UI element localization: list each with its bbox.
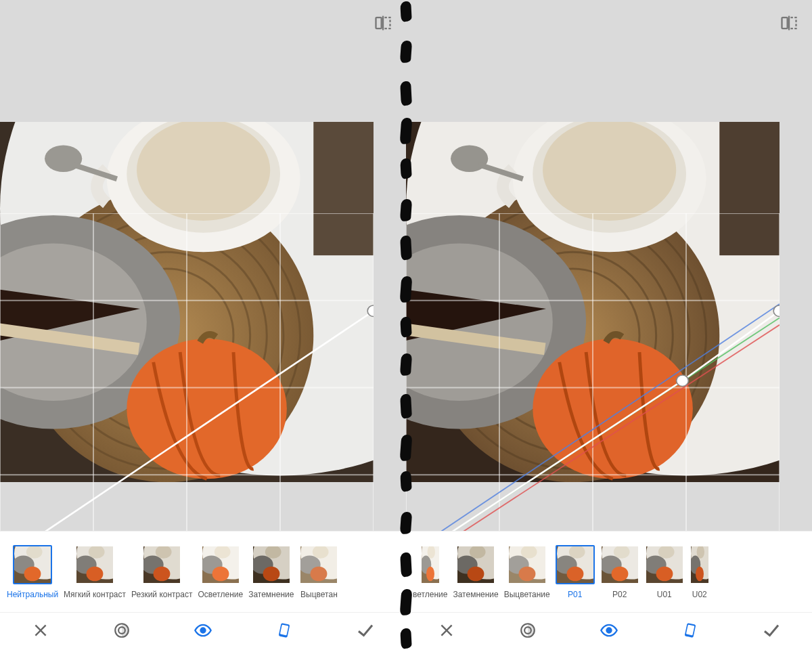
luminance-button[interactable]	[514, 618, 541, 645]
filter-label: ветление	[413, 590, 447, 599]
eye-button[interactable]	[595, 618, 623, 645]
svg-point-36	[24, 566, 41, 581]
filter-label: Выцветан	[300, 590, 338, 599]
luminance-icon	[113, 622, 131, 642]
right-screen: ветление Затемнение Выцветание P01 P02	[406, 0, 812, 650]
accept-button[interactable]	[758, 618, 785, 645]
filter-label: Затемнение	[248, 590, 294, 599]
filter-thumb-U02[interactable]: U02	[690, 545, 710, 599]
canvas-left[interactable]	[0, 0, 406, 531]
svg-point-127	[611, 566, 628, 581]
eye-button[interactable]	[189, 618, 217, 645]
filter-thumb-Выцветан[interactable]: Выцветан	[299, 545, 338, 599]
bottom-toolbar	[0, 612, 406, 650]
compare-icon[interactable]	[780, 14, 798, 35]
svg-rect-0	[376, 18, 382, 28]
phone-button[interactable]	[677, 618, 704, 645]
phone-icon	[681, 622, 699, 642]
filter-label: U02	[692, 590, 707, 599]
filter-label: P01	[568, 590, 582, 599]
photo-preview[interactable]	[406, 122, 780, 488]
filter-thumb-Затемнение[interactable]: Затемнение	[248, 545, 294, 599]
svg-point-112	[468, 566, 484, 581]
filter-thumb-Мягкий контраст[interactable]: Мягкий контраст	[64, 545, 126, 599]
photo-preview[interactable]	[0, 122, 374, 488]
bottom-toolbar	[406, 612, 812, 650]
filter-thumb-Нейтральный[interactable]: Нейтральный	[7, 545, 58, 599]
cancel-icon	[32, 622, 49, 642]
compare-icon[interactable]	[374, 14, 392, 35]
left-screen: Нейтральный Мягкий контраст Резкий контр…	[0, 0, 406, 650]
accept-icon	[761, 620, 782, 643]
cancel-button[interactable]	[27, 618, 54, 645]
eye-icon	[600, 621, 618, 643]
accept-button[interactable]	[352, 618, 379, 645]
filter-thumb-P02[interactable]: P02	[600, 545, 639, 599]
eye-icon	[194, 621, 212, 643]
phone-button[interactable]	[271, 618, 298, 645]
filter-label: Затемнение	[453, 590, 498, 599]
filter-label: Осветление	[198, 590, 243, 599]
filter-label: Нейтральный	[7, 590, 58, 599]
filter-label: Мягкий контраст	[64, 590, 126, 599]
luminance-icon	[519, 622, 537, 642]
filter-label: P02	[612, 590, 627, 599]
curve-point[interactable]	[677, 375, 689, 386]
svg-point-41	[87, 566, 104, 581]
svg-rect-69	[782, 18, 788, 28]
svg-point-137	[696, 566, 704, 581]
svg-point-46	[154, 566, 171, 581]
filter-thumb-Резкий контраст[interactable]: Резкий контраст	[131, 545, 192, 599]
cancel-button[interactable]	[433, 618, 460, 645]
filter-thumb-Затемнение[interactable]: Затемнение	[453, 545, 498, 599]
svg-point-117	[518, 566, 535, 581]
phone-icon	[275, 622, 293, 642]
svg-point-56	[263, 566, 279, 581]
cancel-icon	[438, 622, 455, 642]
filter-label: Резкий контраст	[131, 590, 192, 599]
filter-thumb-U01[interactable]: U01	[645, 545, 684, 599]
curve-overlay[interactable]	[406, 213, 780, 531]
filter-strip[interactable]: ветление Затемнение Выцветание P01 P02	[406, 531, 812, 612]
svg-point-18	[137, 122, 270, 221]
filter-thumb-P01[interactable]: P01	[556, 545, 595, 599]
svg-point-87	[543, 122, 676, 221]
svg-point-142	[607, 628, 612, 632]
luminance-button[interactable]	[108, 618, 135, 645]
filter-thumb-Осветление[interactable]: Осветление	[198, 545, 243, 599]
filter-thumb-Выцветание[interactable]: Выцветание	[504, 545, 550, 599]
filter-thumb-ветление[interactable]: ветление	[413, 545, 447, 599]
svg-point-61	[311, 566, 328, 581]
svg-point-122	[566, 566, 583, 581]
filter-strip[interactable]: Нейтральный Мягкий контраст Резкий контр…	[0, 531, 406, 612]
svg-point-51	[212, 566, 229, 581]
accept-icon	[355, 620, 376, 643]
svg-point-132	[656, 566, 673, 581]
curve-overlay[interactable]	[0, 213, 374, 531]
canvas-right[interactable]	[406, 0, 812, 531]
filter-label: U01	[657, 590, 672, 599]
filter-label: Выцветание	[504, 590, 550, 599]
svg-point-66	[201, 628, 206, 632]
svg-point-107	[426, 566, 434, 581]
